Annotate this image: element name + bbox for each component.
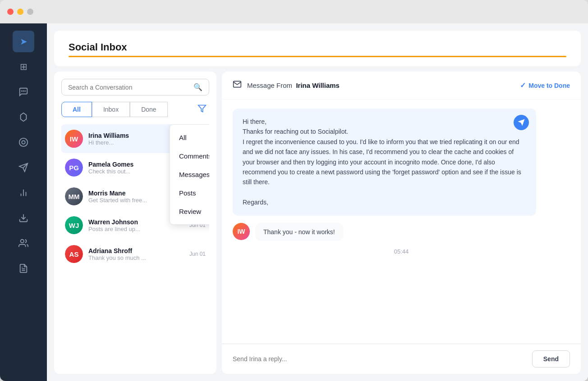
titlebar bbox=[0, 0, 588, 23]
message-body: Hi there, Thanks for reaching out to Soc… bbox=[222, 100, 581, 344]
message-header: Message From Irina Williams ✓ Move to Do… bbox=[222, 72, 581, 100]
socialpilot-logo bbox=[514, 115, 529, 130]
envelope-icon bbox=[233, 80, 242, 91]
sidebar-item-reports[interactable] bbox=[13, 258, 34, 279]
sidebar-item-inbox[interactable] bbox=[13, 81, 34, 103]
conversations-list: IW Irina Williams Hi there... PG bbox=[61, 124, 209, 367]
sidebar-item-navigation[interactable]: ➤ bbox=[13, 31, 34, 52]
send-button[interactable]: Send bbox=[532, 350, 570, 367]
conv-preview-warren: Posts are lined up... bbox=[88, 226, 184, 232]
message-bubble-main: Hi there, Thanks for reaching out to Soc… bbox=[233, 109, 536, 216]
svg-point-10 bbox=[21, 240, 24, 243]
tab-all[interactable]: All bbox=[61, 102, 92, 117]
avatar-irina: IW bbox=[65, 130, 83, 148]
svg-point-5 bbox=[22, 141, 25, 144]
left-panel: 🔍 All Inbox Done bbox=[54, 72, 216, 374]
content-area: 🔍 All Inbox Done bbox=[47, 72, 588, 381]
message-from-text: Message From Irina Williams bbox=[247, 82, 514, 89]
message-input-area: Send bbox=[222, 344, 581, 374]
reply-bubble: Thank you - now it works! bbox=[255, 223, 343, 241]
move-to-done-button[interactable]: ✓ Move to Done bbox=[520, 81, 570, 90]
svg-marker-3 bbox=[21, 113, 27, 121]
dropdown-item-posts[interactable]: Posts bbox=[170, 184, 209, 202]
dropdown-item-review[interactable]: Review bbox=[170, 202, 209, 221]
page-header: Social Inbox bbox=[54, 31, 581, 66]
close-button[interactable] bbox=[7, 9, 14, 15]
traffic-lights bbox=[7, 9, 33, 15]
sidebar-item-campaigns[interactable] bbox=[13, 157, 34, 178]
svg-point-4 bbox=[19, 138, 28, 146]
avatar-morris: MM bbox=[65, 187, 83, 205]
app-window: ➤ ⊞ bbox=[0, 0, 588, 381]
conv-date-adriana: Jun 01 bbox=[189, 251, 206, 257]
filter-tabs: All Inbox Done bbox=[61, 102, 209, 117]
reply-text: Thank you - now it works! bbox=[263, 228, 335, 236]
sidebar-item-support[interactable] bbox=[13, 132, 34, 153]
message-text: Hi there, Thanks for reaching out to Soc… bbox=[243, 117, 526, 208]
search-icon: 🔍 bbox=[193, 83, 202, 91]
page-title-underline bbox=[69, 56, 566, 57]
app-body: ➤ ⊞ bbox=[0, 23, 588, 381]
avatar-pamela: PG bbox=[65, 159, 83, 177]
move-to-done-label: Move to Done bbox=[528, 82, 570, 89]
page-title: Social Inbox bbox=[69, 41, 566, 53]
svg-marker-13 bbox=[198, 105, 206, 112]
sidebar-item-publish[interactable] bbox=[13, 207, 34, 229]
maximize-button[interactable] bbox=[27, 9, 33, 15]
sidebar-item-analytics[interactable] bbox=[13, 182, 34, 204]
reply-input[interactable] bbox=[233, 355, 527, 363]
minimize-button[interactable] bbox=[17, 9, 23, 15]
main-content: Social Inbox 🔍 All Inbox Done bbox=[47, 23, 588, 381]
dropdown-item-comments[interactable]: Comments bbox=[170, 147, 209, 165]
tab-inbox[interactable]: Inbox bbox=[92, 102, 130, 117]
sidebar-item-network[interactable] bbox=[13, 106, 34, 128]
filter-dropdown: All Comments Messages Posts Review bbox=[170, 124, 209, 225]
conv-name-adriana: Adriana Shroff bbox=[88, 247, 184, 254]
reply-time: 05:44 bbox=[233, 248, 570, 255]
sender-name: Irina Williams bbox=[296, 82, 340, 89]
dropdown-item-messages[interactable]: Messages bbox=[170, 165, 209, 184]
reply-row: IW Thank you - now it works! bbox=[233, 223, 570, 241]
search-bar[interactable]: 🔍 bbox=[61, 79, 209, 95]
tab-done[interactable]: Done bbox=[130, 102, 167, 117]
avatar-warren: WJ bbox=[65, 216, 83, 234]
sidebar: ➤ ⊞ bbox=[0, 23, 47, 381]
check-icon: ✓ bbox=[520, 81, 526, 90]
message-from-label: Message From bbox=[247, 82, 292, 89]
conv-preview-adriana: Thank you so much ... bbox=[88, 254, 184, 261]
avatar-adriana: AS bbox=[65, 245, 83, 263]
dropdown-item-all[interactable]: All bbox=[170, 128, 209, 147]
reply-avatar: IW bbox=[233, 223, 250, 240]
search-input[interactable] bbox=[68, 84, 193, 91]
filter-button[interactable] bbox=[195, 102, 209, 117]
right-panel: Message From Irina Williams ✓ Move to Do… bbox=[222, 72, 581, 374]
sidebar-item-team[interactable] bbox=[13, 232, 34, 254]
conv-info-adriana: Adriana Shroff Thank you so much ... bbox=[88, 247, 184, 261]
conversation-item-adriana[interactable]: AS Adriana Shroff Thank you so much ... … bbox=[61, 240, 209, 268]
sidebar-item-dashboard[interactable]: ⊞ bbox=[13, 56, 34, 77]
